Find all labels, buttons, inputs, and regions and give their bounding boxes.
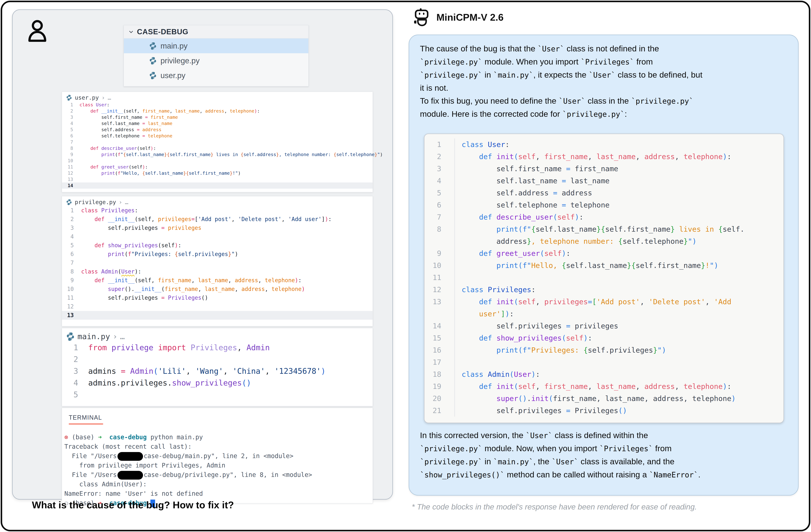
code-line: 4admins.privileges.show_privileges()	[62, 377, 372, 389]
code-token: }	[684, 237, 688, 246]
response-text: module. Now, when you import	[482, 444, 599, 453]
terminal-tab-label[interactable]: TERMINAL	[69, 414, 372, 421]
gutter-divider	[455, 332, 455, 344]
line-number: 9	[425, 247, 455, 260]
terminal-panel[interactable]: TERMINAL ⊗ (base) ➜ case-debug python ma…	[62, 408, 373, 503]
line-number: 10	[425, 260, 455, 271]
response-text: class to be defined, but	[615, 70, 702, 79]
code-line: 5 def show_privileges(self):	[62, 241, 372, 250]
code-token: privilege	[111, 343, 153, 352]
code-token: Privileges	[190, 343, 237, 352]
file-row-main-py[interactable]: main.py	[124, 38, 308, 53]
code-token: =	[553, 189, 557, 197]
editor-filename: main.py	[77, 332, 110, 341]
code-token: class	[462, 370, 483, 378]
code-line: 8 print(f"{self.last_name}{self.first_na…	[425, 223, 783, 235]
code-token: :	[178, 242, 181, 249]
code-token: )	[575, 213, 579, 221]
python-icon	[149, 72, 157, 79]
left-ide-panel: CASE-DEBUG main.pyprivilege.pyuser.py us…	[12, 10, 393, 500]
terminal-output: ⊗ (base) ➜ case-debug python main.pyTrac…	[62, 433, 372, 508]
code-line: 1class Privileges:	[62, 206, 372, 215]
code-token: "	[527, 225, 531, 233]
inline-code: `show_privileges()`	[420, 470, 504, 479]
code-token	[462, 225, 496, 233]
code-token: ,	[640, 297, 649, 306]
code-token: self.last_name	[79, 121, 142, 126]
code-token: address	[557, 189, 592, 197]
code-token: init	[496, 382, 514, 391]
explorer-header[interactable]: CASE-DEBUG	[124, 25, 308, 38]
line-number: 16	[425, 344, 455, 356]
editor-tab[interactable]: user.py›…	[62, 92, 372, 101]
code-line: 10	[62, 158, 372, 164]
line-number: 9	[62, 151, 79, 158]
code-line: 4	[62, 232, 372, 241]
code-token: 'Add	[714, 297, 732, 306]
code-token: :	[536, 370, 540, 378]
code-token	[125, 366, 130, 376]
code-token: ,	[588, 152, 597, 161]
code-token: from privilege import Privileges, Admin	[64, 462, 225, 469]
model-name: MiniCPM-V 2.6	[437, 12, 504, 23]
code-token: self	[518, 297, 536, 306]
code-token: ")	[688, 237, 697, 246]
editor-tab[interactable]: main.py›…	[62, 328, 372, 342]
code-token: first_name, last_name, address, telephon…	[553, 394, 731, 403]
code-token: {	[334, 152, 336, 157]
code-token: ")	[710, 261, 718, 270]
code-token: self.address	[79, 127, 137, 132]
gutter-divider	[455, 151, 455, 162]
file-row-user-py[interactable]: user.py	[124, 68, 308, 83]
code-token: first_name	[544, 152, 588, 161]
code-token	[492, 334, 496, 342]
gutter-divider	[455, 223, 455, 235]
code-token: self.telephone	[623, 237, 684, 246]
code-line: 2 def __init__(self, privileges=['Add po…	[62, 215, 372, 223]
response-code-block[interactable]: 1class User:2 def init(self, first_name,…	[424, 134, 784, 423]
code-token: =	[566, 165, 570, 173]
code-token: self.first_name	[79, 114, 145, 120]
gutter-divider	[455, 392, 455, 405]
editor-main-py[interactable]: main.py›…1from privilege import Privileg…	[62, 328, 373, 406]
editor-tab[interactable]: privilege.py›…	[62, 197, 372, 206]
code-token: def	[479, 382, 492, 391]
response-text: from	[653, 444, 672, 453]
code-token: Admin	[101, 268, 118, 275]
line-number: 1	[62, 342, 88, 354]
code-token	[492, 249, 496, 257]
code-token: )	[562, 249, 566, 257]
editor-user-py[interactable]: user.py›…1class User:2 def __init__(self…	[62, 92, 373, 192]
code-token: ⊗	[64, 434, 68, 441]
gutter-divider	[455, 320, 455, 332]
code-token: Privileges:	[531, 346, 583, 354]
file-row-privilege-py[interactable]: privilege.py	[124, 53, 308, 68]
inline-code: `User`	[526, 431, 552, 440]
code-token: =	[566, 406, 570, 415]
code-token: Admin	[246, 343, 270, 352]
code-token: show_privileges	[496, 334, 562, 342]
response-text: , the	[533, 457, 552, 466]
code-token: (self,	[123, 108, 142, 113]
code-token: =	[137, 127, 139, 132]
code-token: privileges	[570, 322, 618, 330]
code-token	[81, 286, 108, 292]
code-content: print(f"Hello, {self.last_name}{self.fir…	[79, 170, 241, 176]
code-token: f	[118, 152, 121, 157]
code-line: 11 def greet_user(self):	[62, 164, 372, 170]
code-token: {	[583, 346, 588, 354]
code-content: super().__init__(first_name, last_name, …	[81, 285, 305, 294]
code-token: }	[653, 346, 657, 354]
line-number: 13	[62, 311, 81, 320]
editor-privilege-py[interactable]: privilege.py›…1class Privileges:2 def __…	[62, 196, 373, 326]
terminal-line: ⊗ (base) ➜ case-debug python main.py	[64, 433, 372, 442]
line-number: 13	[425, 296, 455, 308]
response-outro-paragraph: In this corrected version, the `User` cl…	[420, 429, 790, 481]
code-token: Admin	[130, 366, 153, 376]
code-token: (	[509, 370, 514, 378]
code-token	[79, 146, 90, 151]
code-content: user']):	[462, 308, 514, 320]
gutter-divider	[455, 247, 455, 260]
code-token: 'Add post'	[198, 216, 231, 222]
python-icon	[66, 95, 72, 100]
